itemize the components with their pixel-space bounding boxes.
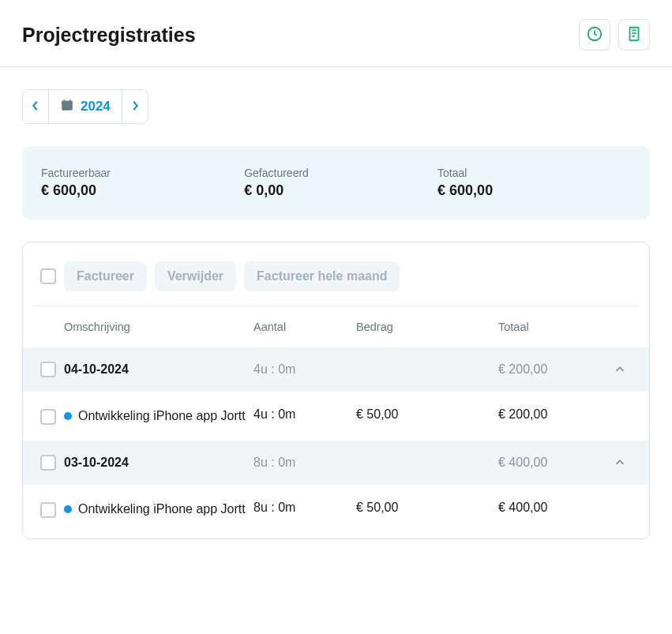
day-checkbox[interactable]	[40, 455, 56, 471]
entry-description-text: Ontwikkeling iPhone app Jortt	[78, 407, 246, 425]
factureer-button[interactable]: Factureer	[64, 261, 147, 291]
chevron-left-icon	[32, 100, 39, 114]
day-group: 03-10-2024 8u : 0m € 400,00 Ontwikkeling…	[34, 441, 638, 534]
status-dot-icon	[64, 412, 72, 420]
th-bedrag: Bedrag	[356, 321, 490, 333]
receipt-button[interactable]	[618, 19, 650, 51]
chevron-up-icon	[608, 364, 632, 375]
summary-panel: Factureerbaar € 600,00 Gefactureerd € 0,…	[22, 146, 650, 219]
select-all-checkbox[interactable]	[40, 268, 56, 284]
entry-description: Ontwikkeling iPhone app Jortt	[64, 407, 246, 425]
th-omschrijving: Omschrijving	[64, 321, 246, 333]
clock-button[interactable]	[579, 19, 610, 51]
entry-totaal: € 200,00	[498, 407, 600, 422]
verwijder-button[interactable]: Verwijder	[155, 261, 236, 291]
summary-totaal-label: Totaal	[437, 167, 631, 179]
prev-year-button[interactable]	[23, 90, 48, 123]
summary-factureerbaar-value: € 600,00	[41, 182, 244, 199]
chevron-up-icon	[608, 457, 632, 468]
entry-description-text: Ontwikkeling iPhone app Jortt	[78, 501, 246, 518]
entry-bedrag: € 50,00	[356, 407, 490, 422]
calendar-icon	[60, 98, 74, 116]
year-select-button[interactable]: 2024	[48, 90, 122, 123]
day-date: 03-10-2024	[64, 456, 246, 470]
status-dot-icon	[64, 505, 72, 513]
summary-factureerbaar-label: Factureerbaar	[41, 167, 244, 179]
day-aantal: 4u : 0m	[253, 362, 348, 377]
clock-icon	[586, 25, 603, 45]
entry-aantal: 4u : 0m	[253, 407, 348, 422]
th-aantal: Aantal	[253, 321, 348, 333]
entry-aantal: 8u : 0m	[253, 501, 348, 515]
entry-totaal: € 400,00	[498, 501, 600, 515]
registrations-panel: Factureer Verwijder Factureer hele maand…	[22, 242, 650, 539]
day-group: 04-10-2024 4u : 0m € 200,00 Ontwikkeling…	[34, 347, 638, 441]
next-year-button[interactable]	[122, 90, 148, 123]
day-header[interactable]: 03-10-2024 8u : 0m € 400,00	[23, 441, 649, 485]
day-totaal: € 200,00	[498, 362, 600, 377]
page-title: Projectregistraties	[22, 24, 196, 47]
entry-description: Ontwikkeling iPhone app Jortt	[64, 501, 246, 518]
svg-rect-3	[62, 100, 73, 103]
day-header[interactable]: 04-10-2024 4u : 0m € 200,00	[23, 347, 649, 392]
summary-totaal-value: € 600,00	[437, 182, 631, 199]
entry-checkbox[interactable]	[40, 409, 56, 425]
table-header: Omschrijving Aantal Bedrag Totaal	[34, 306, 638, 347]
entry-row[interactable]: Ontwikkeling iPhone app Jortt 8u : 0m € …	[34, 485, 638, 534]
day-totaal: € 400,00	[498, 456, 600, 470]
entry-row[interactable]: Ontwikkeling iPhone app Jortt 4u : 0m € …	[34, 392, 638, 441]
day-aantal: 8u : 0m	[253, 456, 348, 470]
chevron-right-icon	[131, 100, 139, 114]
year-label: 2024	[81, 99, 111, 114]
factureer-hele-maand-button[interactable]: Factureer hele maand	[244, 261, 400, 291]
th-totaal: Totaal	[498, 321, 600, 333]
day-date: 04-10-2024	[64, 362, 246, 377]
entry-bedrag: € 50,00	[356, 501, 490, 515]
summary-gefactureerd-value: € 0,00	[244, 182, 437, 199]
day-checkbox[interactable]	[40, 362, 56, 377]
receipt-icon	[625, 25, 643, 45]
entry-checkbox[interactable]	[40, 502, 56, 518]
year-nav: 2024	[22, 89, 148, 124]
summary-gefactureerd-label: Gefactureerd	[244, 167, 437, 179]
